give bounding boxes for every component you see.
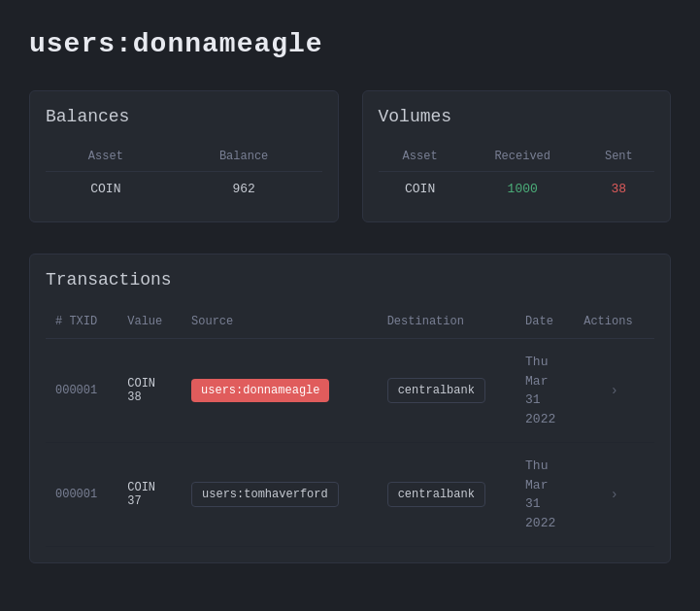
tx-txid-1: 000001	[46, 339, 117, 443]
page-title: users:donnameagle	[29, 29, 671, 59]
volume-asset: COIN	[379, 172, 462, 207]
tx-destination-2: centralbank	[378, 443, 516, 547]
tx-action-1[interactable]: ›	[574, 339, 654, 443]
volumes-col-sent: Sent	[583, 142, 654, 172]
table-row: 000001 COIN 38 users:donnameagle central…	[46, 339, 654, 443]
tx-col-actions: Actions	[574, 305, 654, 339]
tx-destination-1: centralbank	[378, 339, 516, 443]
balance-asset: COIN	[46, 172, 166, 207]
tx-col-source: Source	[182, 305, 378, 339]
volume-sent: 38	[583, 172, 654, 207]
table-row: COIN 962	[46, 172, 322, 207]
balances-title: Balances	[46, 107, 322, 126]
chevron-right-icon[interactable]: ›	[610, 383, 617, 398]
volumes-col-received: Received	[462, 142, 583, 172]
volume-received: 1000	[462, 172, 583, 207]
tx-action-2[interactable]: ›	[574, 443, 654, 547]
tx-date-2: Thu Mar 31 2022	[516, 443, 574, 547]
table-row: 000001 COIN 37 users:tomhaverford centra…	[46, 443, 654, 547]
volumes-col-asset: Asset	[379, 142, 462, 172]
balances-col-balance: Balance	[166, 142, 322, 172]
balance-value: 962	[166, 172, 322, 207]
table-row: COIN 1000 38	[379, 172, 655, 207]
tx-col-txid: # TXID	[46, 305, 117, 339]
volumes-title: Volumes	[379, 107, 655, 126]
tx-source-1: users:donnameagle	[182, 339, 378, 443]
transactions-section: Transactions # TXID Value Source Destina…	[29, 254, 671, 563]
balances-section: Balances Asset Balance COIN 962	[29, 90, 339, 222]
tx-col-date: Date	[516, 305, 574, 339]
chevron-right-icon[interactable]: ›	[610, 487, 617, 502]
tx-source-2: users:tomhaverford	[182, 443, 378, 547]
tx-value-2: COIN 37	[117, 443, 182, 547]
balances-col-asset: Asset	[46, 142, 166, 172]
tx-date-1: Thu Mar 31 2022	[516, 339, 574, 443]
tx-col-value: Value	[117, 305, 182, 339]
volumes-section: Volumes Asset Received Sent COIN 1000 38	[362, 90, 672, 222]
tx-txid-2: 000001	[46, 443, 117, 547]
tx-value-1: COIN 38	[117, 339, 182, 443]
transactions-title: Transactions	[46, 270, 654, 289]
tx-col-destination: Destination	[378, 305, 516, 339]
